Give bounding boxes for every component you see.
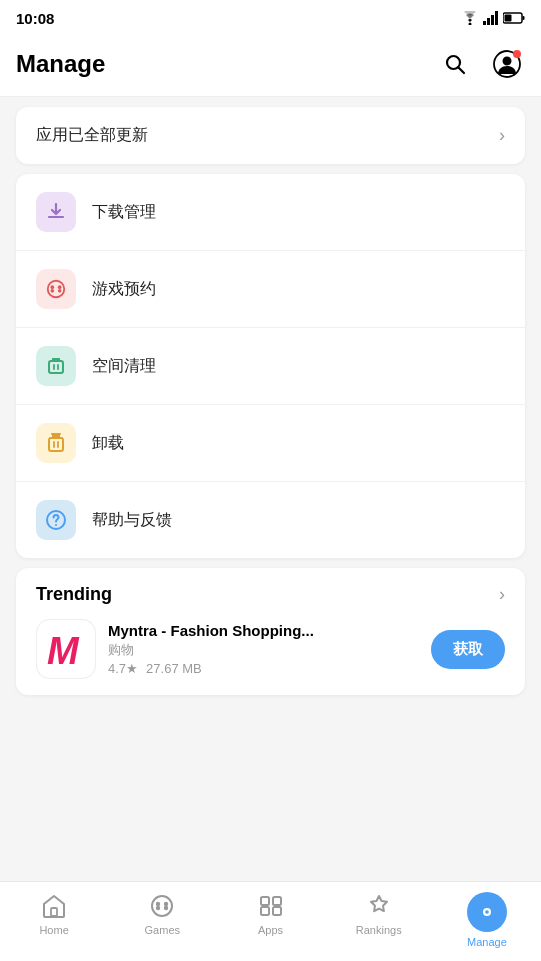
- svg-rect-2: [487, 18, 490, 25]
- svg-point-30: [156, 902, 160, 906]
- svg-rect-6: [505, 15, 512, 22]
- help-icon: [45, 509, 67, 531]
- games-icon: [148, 892, 176, 920]
- update-banner[interactable]: 应用已全部更新 ›: [16, 107, 525, 164]
- game-icon: [45, 278, 67, 300]
- uninstall-icon: [45, 432, 67, 454]
- trending-item: M Myntra - Fashion Shopping... 购物 4.7★ 2…: [36, 619, 505, 679]
- uninstall-label: 卸载: [92, 433, 124, 454]
- app-meta: 4.7★ 27.67 MB: [108, 661, 419, 676]
- menu-item-space-clean[interactable]: 空间清理: [16, 328, 525, 405]
- svg-rect-20: [49, 438, 63, 451]
- svg-point-0: [469, 23, 472, 26]
- svg-point-11: [503, 57, 512, 66]
- svg-point-29: [152, 896, 172, 916]
- status-bar: 10:08: [0, 0, 541, 36]
- svg-rect-35: [273, 907, 281, 915]
- svg-rect-4: [495, 11, 498, 25]
- app-size: 27.67 MB: [146, 661, 202, 676]
- search-button[interactable]: [437, 46, 473, 82]
- app-icon-myntra: M: [36, 619, 96, 679]
- menu-item-download[interactable]: 下载管理: [16, 174, 525, 251]
- nav-games[interactable]: Games: [108, 892, 216, 936]
- svg-rect-17: [49, 361, 63, 373]
- manage-label: Manage: [467, 936, 507, 948]
- nav-rankings[interactable]: Rankings: [325, 892, 433, 936]
- signal-icon: [483, 11, 499, 25]
- myntra-logo: M: [36, 619, 96, 679]
- app-category: 购物: [108, 641, 419, 659]
- menu-item-game-reservation[interactable]: 游戏预约: [16, 251, 525, 328]
- search-icon: [443, 52, 467, 76]
- svg-point-13: [51, 285, 55, 289]
- battery-icon: [503, 12, 525, 24]
- wifi-icon: [461, 11, 479, 25]
- update-banner-arrow: ›: [499, 125, 505, 146]
- svg-rect-28: [51, 908, 57, 916]
- menu-item-uninstall[interactable]: 卸载: [16, 405, 525, 482]
- svg-rect-3: [491, 15, 494, 25]
- svg-point-33: [164, 902, 168, 906]
- bottom-nav: Home Games Apps: [0, 881, 541, 961]
- svg-point-25: [55, 524, 57, 526]
- download-label: 下载管理: [92, 202, 156, 223]
- trending-title: Trending: [36, 584, 112, 605]
- app-rating: 4.7★: [108, 661, 138, 676]
- page-title: Manage: [16, 50, 105, 78]
- menu-list: 下载管理 游戏预约 空间清理: [16, 174, 525, 558]
- svg-point-31: [164, 906, 168, 910]
- trending-arrow[interactable]: ›: [499, 584, 505, 605]
- nav-apps[interactable]: Apps: [216, 892, 324, 936]
- home-icon: [40, 892, 68, 920]
- svg-point-32: [156, 906, 160, 910]
- status-icons: [461, 11, 525, 25]
- status-time: 10:08: [16, 10, 54, 27]
- trending-section: Trending › M Myntra - Fashion Shopping..…: [16, 568, 525, 695]
- svg-point-40: [485, 910, 489, 914]
- update-banner-text: 应用已全部更新: [36, 125, 148, 146]
- clean-icon: [45, 355, 67, 377]
- help-label: 帮助与反馈: [92, 510, 172, 531]
- notification-dot: [513, 50, 521, 58]
- app-name: Myntra - Fashion Shopping...: [108, 622, 328, 639]
- nav-home[interactable]: Home: [0, 892, 108, 936]
- manage-icon-circle: [467, 892, 507, 932]
- svg-text:M: M: [47, 630, 80, 672]
- apps-label: Apps: [258, 924, 283, 936]
- svg-point-14: [58, 289, 62, 293]
- get-button[interactable]: 获取: [431, 630, 505, 669]
- clean-icon-bg: [36, 346, 76, 386]
- nav-manage[interactable]: Manage: [433, 892, 541, 948]
- page-header: Manage: [0, 36, 541, 97]
- help-icon-bg: [36, 500, 76, 540]
- download-icon: [45, 201, 67, 223]
- svg-point-15: [51, 289, 55, 293]
- header-icons: [437, 46, 525, 82]
- svg-rect-7: [523, 16, 525, 20]
- manage-nav-icon: [475, 900, 499, 924]
- games-label: Games: [145, 924, 180, 936]
- svg-point-16: [58, 285, 62, 289]
- download-icon-bg: [36, 192, 76, 232]
- svg-line-9: [459, 68, 465, 74]
- trending-header: Trending ›: [36, 584, 505, 605]
- menu-item-help[interactable]: 帮助与反馈: [16, 482, 525, 558]
- svg-point-12: [48, 281, 65, 298]
- apps-nav-icon: [257, 892, 285, 920]
- game-icon-bg: [36, 269, 76, 309]
- space-clean-label: 空间清理: [92, 356, 156, 377]
- game-reservation-label: 游戏预约: [92, 279, 156, 300]
- svg-rect-37: [273, 897, 281, 905]
- app-info-myntra: Myntra - Fashion Shopping... 购物 4.7★ 27.…: [108, 622, 419, 676]
- svg-rect-36: [261, 897, 269, 905]
- rankings-icon: [365, 892, 393, 920]
- svg-rect-34: [261, 907, 269, 915]
- rankings-label: Rankings: [356, 924, 402, 936]
- svg-rect-1: [483, 21, 486, 25]
- profile-button[interactable]: [489, 46, 525, 82]
- uninstall-icon-bg: [36, 423, 76, 463]
- home-label: Home: [39, 924, 68, 936]
